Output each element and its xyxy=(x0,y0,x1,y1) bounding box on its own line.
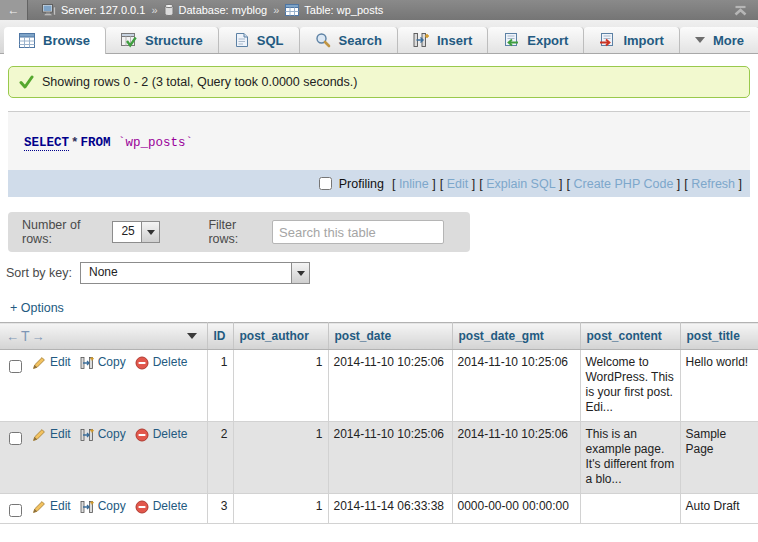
column-header-post_date_gmt[interactable]: post_date_gmt xyxy=(452,323,580,350)
structure-icon xyxy=(121,33,137,48)
cell-post_date_gmt: 0000-00-00 00:00:00 xyxy=(452,494,580,524)
edit-link[interactable]: Edit xyxy=(32,427,71,442)
cell-post_date: 2014-11-14 06:33:38 xyxy=(328,494,452,524)
cell-post_date: 2014-11-10 10:25:06 xyxy=(328,350,452,422)
check-icon xyxy=(19,75,34,89)
edit-label: Edit xyxy=(50,355,71,370)
profiling-link-inline[interactable]: Inline xyxy=(399,177,429,191)
tab-structure[interactable]: Structure xyxy=(106,27,219,53)
edit-link[interactable]: Edit xyxy=(32,355,71,370)
query-toolbar: Profiling [ Inline ][ Edit ][ Explain SQ… xyxy=(8,170,750,197)
cell-post_title: Sample Page xyxy=(680,422,758,494)
table-row: EditCopyDelete312014-11-14 06:33:380000-… xyxy=(0,494,758,524)
import-icon xyxy=(599,33,615,48)
row-checkbox[interactable] xyxy=(9,360,22,373)
cell-ID: 2 xyxy=(207,422,233,494)
tab-export[interactable]: Export xyxy=(488,27,584,53)
status-message-text: Showing rows 0 - 2 (3 total, Query took … xyxy=(42,75,357,89)
delete-link[interactable]: Delete xyxy=(135,355,188,370)
column-header-post_title[interactable]: post_title xyxy=(680,323,758,350)
tab-import[interactable]: Import xyxy=(584,27,679,53)
copy-icon xyxy=(80,428,94,442)
search-icon xyxy=(315,32,331,48)
tab-more[interactable]: More xyxy=(680,27,758,53)
column-header-actions: ← T → xyxy=(0,323,207,350)
delete-link[interactable]: Delete xyxy=(135,499,188,514)
profiling-checkbox[interactable] xyxy=(319,177,332,190)
cell-post_content: This is an example page. It's different … xyxy=(580,422,680,494)
status-message: Showing rows 0 - 2 (3 total, Query took … xyxy=(8,66,750,98)
row-actions-cell: EditCopyDelete xyxy=(0,350,207,422)
tee-icon[interactable]: T xyxy=(21,328,31,344)
profiling-link-refresh[interactable]: Refresh xyxy=(691,177,735,191)
profiling-link-explain-sql[interactable]: Explain SQL xyxy=(486,177,555,191)
rows-per-page-select[interactable]: 25 xyxy=(112,221,160,243)
query-box: SELECT*FROM `wp_posts` Profiling [ Inlin… xyxy=(8,111,750,197)
copy-link[interactable]: Copy xyxy=(80,427,126,442)
filter-rows-input[interactable] xyxy=(272,220,444,244)
export-icon xyxy=(503,33,519,48)
delete-icon xyxy=(135,356,149,370)
right-arrow-icon[interactable]: → xyxy=(32,329,46,344)
insert-icon xyxy=(413,32,429,48)
select-dropdown-button[interactable] xyxy=(291,263,309,283)
delete-label: Delete xyxy=(153,355,188,370)
tab-browse[interactable]: Browse xyxy=(4,27,106,54)
delete-label: Delete xyxy=(153,499,188,514)
copy-link[interactable]: Copy xyxy=(80,355,126,370)
cell-post_author: 1 xyxy=(233,350,328,422)
tab-bar: Browse Structure SQL Search Insert Expor… xyxy=(0,20,758,54)
chevron-down-icon xyxy=(695,37,705,43)
copy-icon xyxy=(80,500,94,514)
copy-link[interactable]: Copy xyxy=(80,499,126,514)
back-button[interactable]: ← xyxy=(0,0,28,20)
breadcrumb-database[interactable]: Database: myblog xyxy=(179,4,268,16)
profiling-link-wrap: [ Refresh ] xyxy=(684,177,742,191)
profiling-link-create-php-code[interactable]: Create PHP Code xyxy=(574,177,674,191)
column-header-post_content[interactable]: post_content xyxy=(580,323,680,350)
sql-keyword-from: FROM xyxy=(81,136,111,150)
tab-search[interactable]: Search xyxy=(300,27,398,53)
cell-post_author: 1 xyxy=(233,422,328,494)
sql-keyword-select[interactable]: SELECT xyxy=(24,136,69,151)
cell-post_title: Hello world! xyxy=(680,350,758,422)
sql-icon xyxy=(234,32,249,48)
breadcrumb-separator: » xyxy=(151,4,157,16)
profiling-label: Profiling xyxy=(339,177,384,191)
tab-label: Structure xyxy=(145,33,203,48)
tab-sql[interactable]: SQL xyxy=(219,27,300,53)
profiling-link-wrap: [ Explain SQL ] xyxy=(479,177,562,191)
table-row: EditCopyDelete112014-11-10 10:25:062014-… xyxy=(0,350,758,422)
row-checkbox[interactable] xyxy=(9,504,22,517)
server-icon xyxy=(42,4,56,17)
tab-label: Export xyxy=(527,33,568,48)
delete-label: Delete xyxy=(153,427,188,442)
edit-link[interactable]: Edit xyxy=(32,499,71,514)
cell-post_content: Welcome to WordPress. This is your first… xyxy=(580,350,680,422)
rows-per-page-value: 25 xyxy=(113,222,141,242)
column-header-post_date[interactable]: post_date xyxy=(328,323,452,350)
delete-link[interactable]: Delete xyxy=(135,427,188,442)
tab-label: SQL xyxy=(257,33,284,48)
sort-by-key-label: Sort by key: xyxy=(6,266,72,280)
breadcrumb-table[interactable]: Table: wp_posts xyxy=(304,4,383,16)
column-header-post_author[interactable]: post_author xyxy=(233,323,328,350)
tab-insert[interactable]: Insert xyxy=(398,27,488,53)
select-dropdown-button[interactable] xyxy=(141,222,159,242)
cell-post_title: Auto Draft xyxy=(680,494,758,524)
scroll-top-icon[interactable] xyxy=(733,5,748,16)
row-checkbox[interactable] xyxy=(9,432,22,445)
pencil-icon xyxy=(32,500,46,514)
sort-row: Sort by key: None xyxy=(2,262,750,284)
sort-options-icon[interactable] xyxy=(187,333,197,339)
column-header-ID[interactable]: ID xyxy=(207,323,233,350)
pencil-icon xyxy=(32,428,46,442)
sort-key-select[interactable]: None xyxy=(80,262,310,284)
profiling-link-edit[interactable]: Edit xyxy=(447,177,469,191)
breadcrumb-server[interactable]: Server: 127.0.0.1 xyxy=(61,4,145,16)
edit-label: Edit xyxy=(50,499,71,514)
row-actions-cell: EditCopyDelete xyxy=(0,494,207,524)
options-toggle-link[interactable]: + Options xyxy=(10,301,64,315)
left-arrow-icon[interactable]: ← xyxy=(6,329,20,344)
results-table: ← T → IDpost_authorpost_datepost_date_gm… xyxy=(0,322,758,524)
